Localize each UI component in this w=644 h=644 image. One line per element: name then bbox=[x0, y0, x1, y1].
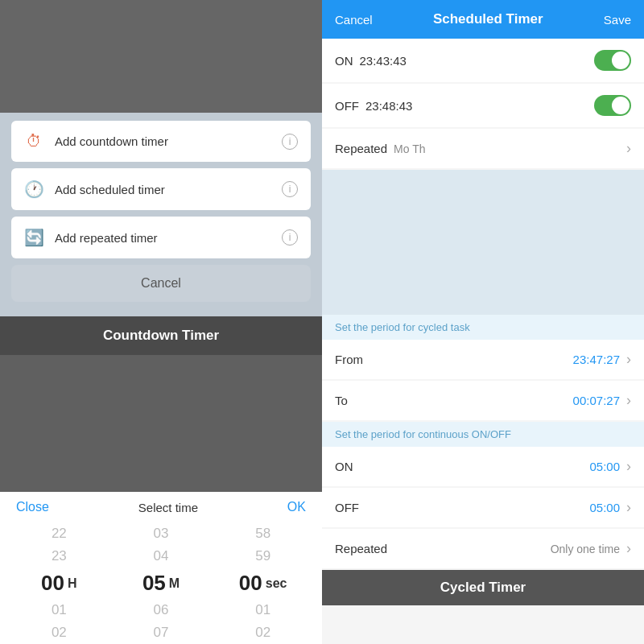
add-repeated-item[interactable]: 🔄 Add repeated timer i bbox=[11, 217, 311, 258]
sec-unit: sec bbox=[266, 576, 287, 591]
time-picker-ok-button[interactable]: OK bbox=[287, 500, 306, 514]
from-time-value: 23:47:27 bbox=[573, 353, 620, 366]
on-label: ON bbox=[335, 54, 353, 68]
repeated-bottom-chevron-icon: › bbox=[626, 540, 631, 557]
right-panel: Cancel Scheduled Timer Save ON 23:43:43 … bbox=[322, 0, 644, 644]
from-section: From 23:47:27 › bbox=[322, 340, 644, 379]
seconds-column: 58 59 00 sec 01 02 bbox=[212, 522, 314, 644]
countdown-icon: ⏱ bbox=[24, 132, 43, 151]
countdown-title: Countdown Timer bbox=[0, 316, 322, 355]
min-dim-4: 07 bbox=[154, 621, 169, 644]
to-label: To bbox=[335, 394, 348, 407]
to-section: To 00:07:27 › bbox=[322, 381, 644, 420]
off-duration-label: OFF bbox=[335, 501, 359, 514]
sec-dim-1: 58 bbox=[255, 522, 270, 545]
menu-container: ⏱ Add countdown timer i 🕐 Add scheduled … bbox=[0, 113, 322, 316]
hour-dim-1: 22 bbox=[52, 522, 67, 545]
from-chevron-icon: › bbox=[626, 351, 631, 368]
on-time-value: 23:43:43 bbox=[360, 54, 407, 68]
time-picker-columns: 22 23 00 H 01 02 03 04 05 M 06 07 bbox=[0, 522, 322, 644]
to-row[interactable]: To 00:07:27 › bbox=[322, 381, 644, 420]
off-row: OFF 23:48:43 bbox=[322, 84, 644, 127]
min-unit: M bbox=[169, 576, 180, 591]
on-duration-value: 05:00 bbox=[589, 460, 620, 473]
off-toggle[interactable] bbox=[594, 95, 631, 116]
on-duration-chevron-icon: › bbox=[626, 458, 631, 475]
min-dim-3: 06 bbox=[154, 599, 169, 621]
cycled-timer-title: Cycled Timer bbox=[322, 570, 644, 605]
continuous-section-header: Set the period for continuous ON/OFF bbox=[322, 422, 644, 447]
countdown-label: Add countdown timer bbox=[55, 134, 168, 148]
repeated-info-icon[interactable]: i bbox=[282, 229, 298, 246]
off-duration-section: OFF 05:00 › bbox=[322, 488, 644, 527]
from-row[interactable]: From 23:47:27 › bbox=[322, 340, 644, 379]
min-main: 05 bbox=[142, 568, 166, 599]
repeated-days: Mo Th bbox=[394, 142, 425, 155]
countdown-section: Countdown Timer Close Select time OK 22 … bbox=[0, 316, 322, 644]
hour-dim-2: 23 bbox=[52, 545, 67, 568]
repeated-label: Repeated bbox=[335, 142, 387, 155]
menu-cancel-button[interactable]: Cancel bbox=[11, 265, 311, 302]
spacer-area bbox=[322, 170, 644, 315]
repeated-bottom-value: Only one time bbox=[551, 543, 620, 555]
time-picker-bar: Close Select time OK bbox=[0, 492, 322, 522]
on-duration-label: ON bbox=[335, 460, 353, 473]
hour-dim-3: 01 bbox=[52, 599, 67, 621]
header-save-button[interactable]: Save bbox=[604, 13, 631, 27]
off-duration-chevron-icon: › bbox=[626, 499, 631, 516]
off-duration-row[interactable]: OFF 05:00 › bbox=[322, 488, 644, 527]
off-section: OFF 23:48:43 bbox=[322, 84, 644, 127]
header-title: Scheduled Timer bbox=[433, 11, 543, 27]
add-scheduled-item[interactable]: 🕐 Add scheduled timer i bbox=[11, 168, 311, 210]
sec-dim-2: 59 bbox=[255, 545, 270, 568]
scheduled-info-icon[interactable]: i bbox=[282, 181, 298, 197]
countdown-info-icon[interactable]: i bbox=[282, 134, 298, 150]
on-duration-section: ON 05:00 › bbox=[322, 447, 644, 486]
on-row: ON 23:43:43 bbox=[322, 39, 644, 82]
sec-dim-3: 01 bbox=[255, 599, 270, 621]
hour-main: 00 bbox=[41, 568, 64, 599]
repeated-chevron-icon: › bbox=[626, 140, 631, 157]
repeated-section: Repeated Mo Th › bbox=[322, 129, 644, 168]
time-picker-title: Select time bbox=[138, 501, 198, 514]
repeated-bottom-label: Repeated bbox=[335, 542, 387, 555]
hour-unit: H bbox=[68, 576, 77, 591]
on-section: ON 23:43:43 bbox=[322, 39, 644, 82]
hour-dim-4: 02 bbox=[52, 621, 67, 644]
cycled-section-header: Set the period for cycled task bbox=[322, 315, 644, 340]
off-duration-value: 05:00 bbox=[589, 501, 620, 514]
scheduled-label: Add scheduled timer bbox=[55, 183, 165, 196]
from-label: From bbox=[335, 353, 363, 366]
on-toggle[interactable] bbox=[594, 50, 631, 71]
off-label: OFF bbox=[335, 99, 359, 113]
repeated-label: Add repeated timer bbox=[55, 231, 158, 245]
add-countdown-item[interactable]: ⏱ Add countdown timer i bbox=[11, 121, 311, 162]
off-time-value: 23:48:43 bbox=[365, 99, 412, 113]
repeated-row[interactable]: Repeated Mo Th › bbox=[322, 129, 644, 168]
to-chevron-icon: › bbox=[626, 392, 631, 409]
min-dim-2: 04 bbox=[154, 545, 169, 568]
min-dim-1: 03 bbox=[154, 522, 169, 545]
countdown-body bbox=[0, 355, 322, 492]
minutes-column: 03 04 05 M 06 07 bbox=[110, 522, 213, 644]
on-duration-row[interactable]: ON 05:00 › bbox=[322, 447, 644, 486]
scheduled-icon: 🕐 bbox=[24, 180, 43, 199]
right-header: Cancel Scheduled Timer Save bbox=[322, 0, 644, 39]
hours-column: 22 23 00 H 01 02 bbox=[8, 522, 110, 644]
header-cancel-button[interactable]: Cancel bbox=[335, 13, 373, 27]
sec-dim-4: 02 bbox=[255, 621, 270, 644]
sec-main: 00 bbox=[239, 568, 262, 599]
repeated-bottom-section: Repeated Only one time › bbox=[322, 529, 644, 568]
left-panel: ⏱ Add countdown timer i 🕐 Add scheduled … bbox=[0, 0, 322, 644]
to-time-value: 00:07:27 bbox=[573, 394, 620, 407]
repeated-icon: 🔄 bbox=[24, 228, 43, 247]
left-top-area bbox=[0, 0, 322, 113]
time-picker-close-button[interactable]: Close bbox=[16, 500, 49, 514]
repeated-bottom-row[interactable]: Repeated Only one time › bbox=[322, 529, 644, 568]
